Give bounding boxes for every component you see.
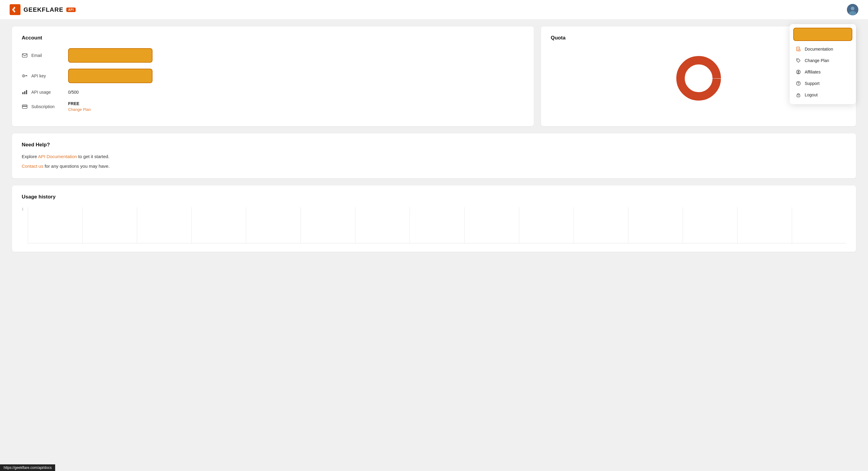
api-usage-icon	[22, 89, 28, 95]
chart-col-9	[464, 207, 519, 243]
dropdown-item-support-label: Support	[805, 81, 819, 86]
api-usage-value: 0/500	[68, 90, 79, 95]
api-key-label: API key	[31, 73, 64, 78]
email-label: Email	[31, 53, 64, 58]
chart-col-1	[28, 207, 82, 243]
chart-col-4	[191, 207, 246, 243]
dropdown-item-affiliates[interactable]: Affiliates	[789, 66, 856, 78]
subscription-value-area: FREE Change Plan	[68, 101, 91, 112]
chart-col-15	[792, 207, 846, 243]
svg-point-6	[23, 76, 24, 76]
logo-text: GEEKFLARE	[24, 6, 63, 13]
chart-col-6	[301, 207, 355, 243]
svg-rect-7	[22, 92, 24, 94]
svg-rect-8	[24, 91, 25, 94]
dropdown-item-logout-label: Logout	[805, 93, 818, 97]
chart-col-14	[737, 207, 792, 243]
help-line1-prefix: Explore	[22, 154, 38, 159]
chart-col-7	[355, 207, 410, 243]
dollar-icon	[796, 69, 801, 75]
subscription-field-row: Subscription FREE Change Plan	[22, 101, 524, 112]
change-plan-link[interactable]: Change Plan	[68, 107, 91, 112]
subscription-icon	[22, 104, 28, 110]
lock-icon	[796, 92, 801, 98]
api-key-field-row: API key	[22, 69, 524, 83]
header: GEEKFLARE API	[0, 0, 868, 19]
usage-chart-area: 1	[22, 207, 846, 243]
svg-point-17	[797, 59, 798, 60]
dropdown-item-documentation-label: Documentation	[805, 47, 833, 52]
dropdown-item-change-plan-label: Change Plan	[805, 58, 829, 63]
tag-icon	[796, 58, 801, 63]
dropdown-item-change-plan[interactable]: Change Plan	[789, 55, 856, 66]
top-cards-row: Account Email	[12, 27, 856, 126]
subscription-label: Subscription	[31, 104, 64, 109]
svg-rect-4	[22, 54, 27, 57]
chart-col-10	[519, 207, 574, 243]
help-icon	[796, 81, 801, 86]
dropdown-item-affiliates-label: Affiliates	[805, 70, 821, 74]
api-key-input-box[interactable]	[68, 69, 153, 83]
dropdown-item-logout[interactable]: Logout	[789, 89, 856, 101]
svg-point-14	[689, 69, 708, 88]
subscription-value: FREE	[68, 101, 91, 106]
svg-point-2	[851, 7, 855, 10]
chart-col-5	[246, 207, 301, 243]
help-card: Need Help? Explore API Documentation to …	[12, 133, 856, 178]
avatar-image	[847, 4, 858, 15]
chart-col-13	[683, 207, 737, 243]
status-url: https://geekflare.com/api/docs	[4, 466, 52, 470]
email-icon	[22, 53, 28, 59]
geekflare-logo-icon	[10, 4, 21, 15]
svg-point-22	[798, 96, 799, 96]
chart-col-11	[574, 207, 628, 243]
api-usage-field-row: API usage 0/500	[22, 89, 524, 95]
api-usage-label: API usage	[31, 90, 64, 95]
status-bar: https://geekflare.com/api/docs	[0, 464, 55, 471]
api-docs-link[interactable]: API Documentation	[38, 154, 77, 159]
dropdown-top-button[interactable]	[793, 28, 852, 41]
logo-area: GEEKFLARE API	[10, 4, 76, 15]
help-line2-suffix: for any questions you may have.	[43, 164, 110, 169]
email-field-row: Email	[22, 48, 524, 63]
dropdown-menu: Documentation Change Plan Affiliates	[789, 24, 856, 104]
docs-icon	[796, 46, 801, 52]
chart-col-8	[410, 207, 464, 243]
help-text-line2: Contact us for any questions you may hav…	[22, 162, 846, 170]
main-content: Account Email	[0, 19, 868, 259]
avatar[interactable]	[847, 4, 858, 15]
svg-rect-9	[26, 90, 27, 94]
svg-point-20	[798, 84, 799, 85]
chart-col-12	[628, 207, 683, 243]
email-input-box[interactable]	[68, 48, 153, 63]
account-card: Account Email	[12, 27, 534, 126]
dropdown-item-support[interactable]: Support	[789, 78, 856, 89]
chart-col-2	[82, 207, 137, 243]
chart-grid	[28, 207, 846, 243]
help-line1-suffix: to get it started.	[77, 154, 110, 159]
quota-donut-chart	[675, 54, 723, 102]
account-card-title: Account	[22, 35, 524, 41]
dropdown-item-documentation[interactable]: Documentation	[789, 43, 856, 55]
usage-history-title: Usage history	[22, 194, 846, 200]
chart-col-3	[137, 207, 191, 243]
usage-history-card: Usage history 1	[12, 186, 856, 252]
help-card-title: Need Help?	[22, 142, 846, 148]
help-text-line1: Explore API Documentation to get it star…	[22, 153, 846, 161]
api-key-icon	[22, 73, 28, 79]
chart-y-label: 1	[22, 207, 24, 211]
api-badge: API	[66, 7, 75, 12]
contact-us-link[interactable]: Contact us	[22, 164, 43, 169]
svg-rect-11	[22, 106, 27, 107]
